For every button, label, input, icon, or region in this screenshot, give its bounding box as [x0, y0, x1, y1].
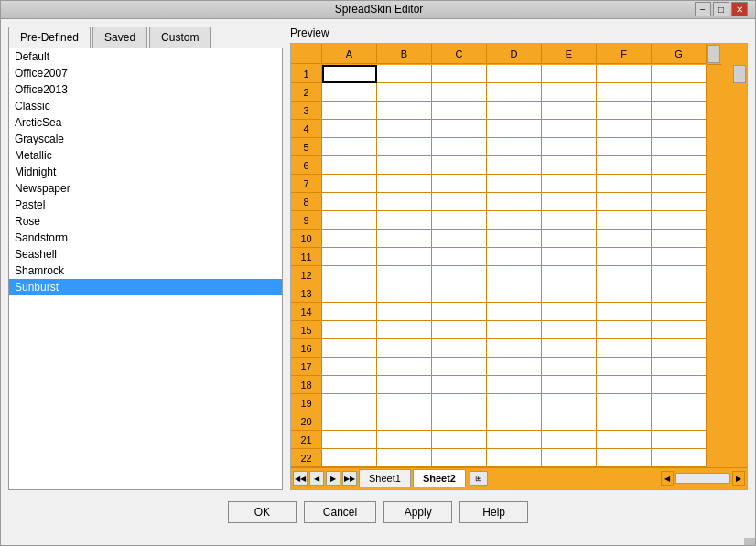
- grid-cell[interactable]: [377, 284, 432, 303]
- grid-cell[interactable]: [597, 120, 652, 138]
- grid-cell[interactable]: [377, 449, 432, 467]
- grid-cell[interactable]: [377, 412, 432, 431]
- grid-cell[interactable]: [322, 266, 377, 284]
- grid-cell[interactable]: [542, 248, 597, 266]
- grid-cell[interactable]: [542, 120, 597, 138]
- grid-cell[interactable]: [322, 248, 377, 266]
- grid-cell[interactable]: [322, 83, 377, 102]
- grid-cell[interactable]: [597, 394, 652, 412]
- grid-cell[interactable]: [322, 175, 377, 193]
- grid-cell[interactable]: [377, 266, 432, 284]
- grid-cell[interactable]: [542, 449, 597, 467]
- grid-cell[interactable]: [597, 284, 652, 303]
- grid-cell[interactable]: [432, 230, 487, 248]
- list-item[interactable]: Seashell: [9, 246, 282, 262]
- list-item[interactable]: Sandstorm: [9, 230, 282, 246]
- grid-cell[interactable]: [487, 339, 542, 358]
- grid-cell[interactable]: [652, 376, 707, 394]
- grid-cell[interactable]: [542, 193, 597, 211]
- grid-cell[interactable]: [432, 156, 487, 175]
- grid-cell[interactable]: [487, 156, 542, 175]
- grid-cell[interactable]: [432, 394, 487, 412]
- grid-cell[interactable]: [597, 83, 652, 102]
- grid-cell[interactable]: [322, 102, 377, 120]
- tab-predefined[interactable]: Pre-Defined: [8, 27, 91, 48]
- grid-cell[interactable]: [432, 211, 487, 230]
- grid-cell[interactable]: [377, 211, 432, 230]
- grid-cell[interactable]: [652, 102, 707, 120]
- grid-cell[interactable]: [652, 358, 707, 376]
- grid-cell[interactable]: [322, 431, 377, 449]
- grid-cell[interactable]: [652, 431, 707, 449]
- grid-cell[interactable]: [597, 266, 652, 284]
- list-item[interactable]: Rose: [9, 213, 282, 230]
- grid-cell[interactable]: [432, 175, 487, 193]
- grid-cell[interactable]: [597, 431, 652, 449]
- grid-cell[interactable]: [542, 358, 597, 376]
- grid-cell[interactable]: [487, 248, 542, 266]
- grid-cell[interactable]: [432, 284, 487, 303]
- grid-cell[interactable]: [542, 83, 597, 102]
- grid-cell[interactable]: [432, 102, 487, 120]
- grid-cell[interactable]: [377, 230, 432, 248]
- grid-cell[interactable]: [377, 376, 432, 394]
- grid-cell[interactable]: [432, 376, 487, 394]
- grid-cell[interactable]: [652, 193, 707, 211]
- grid-cell[interactable]: [432, 321, 487, 339]
- grid-cell[interactable]: [652, 266, 707, 284]
- list-item[interactable]: Office2007: [9, 65, 282, 81]
- grid-cell[interactable]: [652, 230, 707, 248]
- grid-cell[interactable]: [597, 156, 652, 175]
- grid-cell[interactable]: [542, 394, 597, 412]
- grid-cell[interactable]: [597, 138, 652, 156]
- grid-cell[interactable]: [322, 211, 377, 230]
- grid-cell[interactable]: [322, 321, 377, 339]
- grid-cell[interactable]: [542, 175, 597, 193]
- grid-cell[interactable]: [597, 339, 652, 358]
- grid-cell[interactable]: [542, 230, 597, 248]
- grid-cell[interactable]: [597, 65, 652, 83]
- list-item[interactable]: Pastel: [9, 197, 282, 213]
- grid-cell[interactable]: [487, 266, 542, 284]
- grid-cell[interactable]: [597, 412, 652, 431]
- grid-cell[interactable]: [322, 394, 377, 412]
- ok-button[interactable]: OK: [228, 501, 297, 523]
- list-item[interactable]: Shamrock: [9, 262, 282, 279]
- grid-cell[interactable]: [377, 431, 432, 449]
- grid-cell[interactable]: [322, 358, 377, 376]
- grid-cell[interactable]: [322, 339, 377, 358]
- grid-cell[interactable]: [322, 376, 377, 394]
- grid-cell[interactable]: [432, 83, 487, 102]
- grid-cell[interactable]: [487, 412, 542, 431]
- grid-cell[interactable]: [597, 358, 652, 376]
- grid-cell[interactable]: [487, 102, 542, 120]
- grid-cell[interactable]: [487, 230, 542, 248]
- grid-cell[interactable]: [652, 211, 707, 230]
- grid-cell[interactable]: [487, 175, 542, 193]
- grid-cell[interactable]: [487, 394, 542, 412]
- grid-cell[interactable]: [597, 175, 652, 193]
- grid-cell[interactable]: [487, 65, 542, 83]
- grid-cell[interactable]: [487, 321, 542, 339]
- grid-cell[interactable]: [542, 339, 597, 358]
- cancel-button[interactable]: Cancel: [304, 501, 376, 523]
- grid-cell[interactable]: [487, 211, 542, 230]
- grid-cell[interactable]: [377, 358, 432, 376]
- grid-cell[interactable]: [322, 65, 377, 83]
- grid-cell[interactable]: [432, 138, 487, 156]
- grid-cell[interactable]: [597, 102, 652, 120]
- grid-cell[interactable]: [652, 65, 707, 83]
- grid-cell[interactable]: [542, 102, 597, 120]
- grid-cell[interactable]: [432, 303, 487, 321]
- grid-cell[interactable]: [542, 303, 597, 321]
- grid-cell[interactable]: [487, 138, 542, 156]
- grid-cell[interactable]: [322, 230, 377, 248]
- grid-cell[interactable]: [652, 138, 707, 156]
- grid-cell[interactable]: [432, 266, 487, 284]
- apply-button[interactable]: Apply: [383, 501, 452, 523]
- grid-cell[interactable]: [432, 65, 487, 83]
- maximize-button[interactable]: □: [713, 2, 729, 16]
- grid-cell[interactable]: [322, 120, 377, 138]
- grid-cell[interactable]: [597, 303, 652, 321]
- grid-cell[interactable]: [542, 138, 597, 156]
